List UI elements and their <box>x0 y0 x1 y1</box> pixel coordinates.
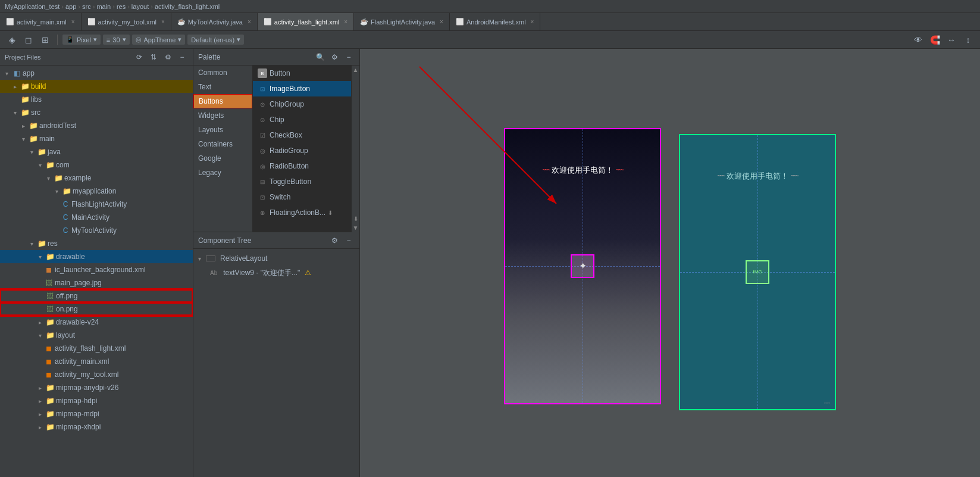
palette-item-button[interactable]: B Button <box>253 66 359 81</box>
api-selector[interactable]: ≡ 30 ▾ <box>103 35 130 45</box>
tree-item-com[interactable]: ▾ 📁 com <box>0 158 193 172</box>
category-widgets[interactable]: Widgets <box>193 108 252 123</box>
tree-item-main-page[interactable]: 🖼 main_page.jpg <box>0 276 193 289</box>
design-blueprint-btn[interactable]: ⊞ <box>38 33 52 47</box>
tree-item-activity-main[interactable]: ◼ activity_main.xml <box>0 355 193 368</box>
locale-selector[interactable]: Default (en-us) ▾ <box>187 35 244 45</box>
palette-item-radiobutton[interactable]: ◎ RadioButton <box>253 158 359 174</box>
xml-icon: ⬜ <box>456 18 464 26</box>
tree-item-mytool-activity[interactable]: C MyToolActivity <box>0 224 193 237</box>
tree-item-mipmap-anydpi[interactable]: ▸ 📁 mipmap-anydpi-v26 <box>0 381 193 394</box>
comp-item-relative-layout[interactable]: ▾ RelativeLayout <box>193 251 359 266</box>
palette-close-icon[interactable]: − <box>343 51 355 63</box>
palette-item-checkbox[interactable]: ☑ CheckBox <box>253 127 359 143</box>
tree-item-mipmap-xhdpi[interactable]: ▸ 📁 mipmap-xhdpi <box>0 420 193 434</box>
palette-item-togglebutton[interactable]: ⊟ ToggleButton <box>253 174 359 189</box>
togglebutton-icon: ⊟ <box>258 177 267 186</box>
tree-item-main-activity[interactable]: C MainActivity <box>0 211 193 224</box>
tab-android-manifest[interactable]: ⬜ AndroidManifest.xml × <box>450 13 541 31</box>
category-legacy[interactable]: Legacy <box>193 166 252 180</box>
breadcrumb-main: main <box>96 3 111 10</box>
blueprint-btn[interactable]: ◻ <box>21 33 36 47</box>
right-phone-screen: ~~~ 欢迎使用手电筒！ ~~~ IMG <box>680 135 835 409</box>
tree-item-drawable[interactable]: ▾ 📁 drawable <box>0 250 193 263</box>
right-phone-wrapper: ~~~ 欢迎使用手电筒！ ~~~ IMG ⟋ <box>679 134 836 410</box>
tree-item-main[interactable]: ▾ 📁 main <box>0 132 193 145</box>
folder-icon: 📁 <box>45 317 55 327</box>
comp-tree-settings-icon[interactable]: ⚙ <box>328 235 340 247</box>
design-mode-btn[interactable]: ◈ <box>5 33 19 47</box>
palette-item-imagebutton[interactable]: ⊡ ImageButton <box>253 81 359 96</box>
layout-icon <box>206 255 215 261</box>
breadcrumb-src: src <box>82 3 91 10</box>
refresh-icon[interactable]: ↔ <box>944 33 959 47</box>
arrows-icon[interactable]: ↕ <box>961 33 975 47</box>
image-button-right[interactable]: IMG <box>746 260 769 284</box>
tree-item-app[interactable]: ▾ ◧ app <box>0 67 193 80</box>
sync-icon[interactable]: ⟳ <box>133 51 145 63</box>
palette-items-list: B Button ⊡ ImageButton ⊙ ChipGroup ⊙ Chi… <box>253 66 359 232</box>
tree-item-res[interactable]: ▾ 📁 res <box>0 237 193 250</box>
design-canvas[interactable]: ~~~ 欢迎使用手电筒！ ~~~ ✦ <box>360 49 980 477</box>
folder-icon: 📁 <box>20 82 30 91</box>
eye-icon[interactable]: 👁 <box>911 33 925 47</box>
imagebutton-icon: ⊡ <box>258 84 267 93</box>
tab-activity-flash-light[interactable]: ⬜ activity_flash_light.xml × <box>258 13 354 31</box>
palette-settings-icon[interactable]: ⚙ <box>328 51 340 63</box>
palette-item-chip[interactable]: ⊙ Chip <box>253 112 359 127</box>
tree-item-activity-flash-light[interactable]: ◼ activity_flash_light.xml <box>0 342 193 355</box>
tree-item-activity-my-tool[interactable]: ◼ activity_my_tool.xml <box>0 368 193 381</box>
folder-icon: 📁 <box>45 396 55 406</box>
category-text[interactable]: Text <box>193 80 252 94</box>
settings-gear-icon[interactable]: ⚙ <box>162 51 174 63</box>
tree-item-src[interactable]: ▾ 📁 src <box>0 106 193 119</box>
tab-bar: ⬜ activity_main.xml × ⬜ activity_my_tool… <box>0 13 980 31</box>
category-layouts[interactable]: Layouts <box>193 123 252 137</box>
tree-item-on-png[interactable]: 🖼 on.png <box>0 303 193 316</box>
category-google[interactable]: Google <box>193 151 252 166</box>
breadcrumb-res: res <box>117 3 126 10</box>
tab-activity-main[interactable]: ⬜ activity_main.xml × <box>0 13 82 31</box>
palette-scroll: ▲ ⬇ ▼ <box>351 66 359 232</box>
tree-item-libs[interactable]: 📁 libs <box>0 93 193 106</box>
tab-flash-light-activity[interactable]: ☕ FlashLightActivity.java × <box>354 13 450 31</box>
tree-item-build[interactable]: ▸ 📁 build <box>0 80 193 93</box>
category-buttons[interactable]: Buttons <box>193 94 252 108</box>
palette-item-radiogroup[interactable]: ◎ RadioGroup <box>253 143 359 158</box>
tab-my-tool-activity[interactable]: ☕ MyToolActivity.java × <box>171 13 258 31</box>
tree-item-example[interactable]: ▾ 📁 example <box>0 172 193 185</box>
image-button-selected[interactable]: ✦ <box>571 254 594 278</box>
squiggle-left: ~~~ <box>542 167 549 173</box>
tree-item-ic-launcher[interactable]: ◼ ic_launcher_background.xml <box>0 263 193 276</box>
tree-item-mipmap-hdpi[interactable]: ▸ 📁 mipmap-hdpi <box>0 394 193 407</box>
tab-activity-my-tool[interactable]: ⬜ activity_my_tool.xml × <box>82 13 171 31</box>
magnet-icon[interactable]: 🧲 <box>928 33 942 47</box>
category-common[interactable]: Common <box>193 66 252 80</box>
category-containers[interactable]: Containers <box>193 137 252 151</box>
tree-item-drawable-v24[interactable]: ▸ 📁 drawable-v24 <box>0 316 193 329</box>
tree-item-mipmap-mdpi[interactable]: ▸ 📁 mipmap-mdpi <box>0 407 193 420</box>
folder-icon: 📁 <box>29 134 38 144</box>
comp-tree-close-icon[interactable]: − <box>343 235 355 247</box>
comp-item-textview9[interactable]: Ab textView9 - "欢迎使手..." ⚠ <box>193 266 359 280</box>
device-selector[interactable]: 📱 Pixel ▾ <box>62 35 101 45</box>
tree-item-layout[interactable]: ▾ 📁 layout <box>0 329 193 342</box>
palette-title: Palette <box>198 53 220 61</box>
left-phone-frame: ~~~ 欢迎使用手电筒！ ~~~ ✦ <box>504 128 661 404</box>
breadcrumb-app: app <box>65 3 76 10</box>
scroll-up-icon[interactable]: ▲ <box>353 67 359 73</box>
tree-item-java[interactable]: ▾ 📁 java <box>0 145 193 158</box>
tree-item-flashlight-activity[interactable]: C FlashLightActivity <box>0 198 193 211</box>
scroll-down-icon[interactable]: ▼ <box>353 225 359 231</box>
palette-item-chipgroup[interactable]: ⊙ ChipGroup <box>253 96 359 112</box>
palette-item-switch[interactable]: ⊡ Switch <box>253 189 359 205</box>
tree-item-off-png[interactable]: 🖼 off.png <box>0 289 193 303</box>
palette-search-icon[interactable]: 🔍 <box>314 51 326 63</box>
filter-icon[interactable]: ⇅ <box>148 51 159 63</box>
tree-item-myapplication[interactable]: ▾ 📁 myapplication <box>0 185 193 198</box>
minus-icon[interactable]: − <box>176 51 188 63</box>
palette-item-fab[interactable]: ⊕ FloatingActionB... ⬇ <box>253 205 359 220</box>
tree-item-android-test[interactable]: ▸ 📁 androidTest <box>0 119 193 132</box>
download-btn[interactable]: ⬇ <box>353 216 358 222</box>
theme-selector[interactable]: ◎ AppTheme ▾ <box>132 35 186 45</box>
